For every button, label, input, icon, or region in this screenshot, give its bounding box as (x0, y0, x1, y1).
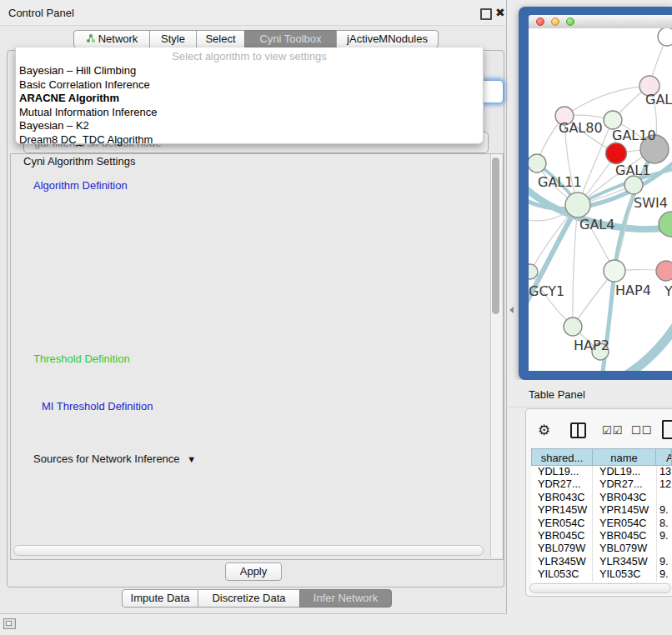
table-row[interactable]: YDR27... YDR27... 12 (531, 478, 672, 491)
tab-select-label: Select (205, 32, 235, 45)
node-label: GAL1 (615, 162, 650, 178)
cell[interactable]: YDL19... (592, 466, 656, 478)
cell[interactable]: YBR043C (531, 492, 592, 504)
cell[interactable]: YBR043C (592, 492, 656, 504)
column-header-partial[interactable]: A (655, 448, 672, 466)
node-y-partial[interactable] (656, 261, 672, 281)
table-row[interactable]: YIL053C YIL053C 9. (531, 568, 672, 581)
cell[interactable]: 9. (656, 556, 672, 568)
table-horizontal-scrollbar[interactable] (529, 583, 671, 593)
dropdown-item-bayesian-hill-climbing[interactable]: Bayesian – Hill Climbing (19, 64, 136, 78)
cell[interactable]: 8. (656, 518, 672, 530)
cell[interactable]: 9. (656, 504, 672, 517)
cell[interactable]: 12 (656, 478, 672, 491)
cell[interactable]: 9. (656, 568, 672, 581)
column-header-shared-name[interactable]: shared... (531, 448, 593, 466)
node-label: GAL11 (538, 174, 582, 190)
cell[interactable]: 9. (656, 530, 672, 542)
table-row[interactable]: YBR043C YBR043C (531, 492, 672, 504)
column-header-name[interactable]: name (592, 448, 656, 466)
deselect-checkboxes-icon[interactable]: ☐☐ (631, 424, 652, 437)
control-panel-title: Control Panel (8, 7, 74, 19)
network-canvas[interactable]: GAL GAL80 GAL10 GAL1 GAL11 SWI4 GAL4 GCY… (529, 28, 672, 371)
node-unlabeled[interactable] (658, 28, 672, 46)
table-row[interactable]: YLR345W YLR345W 9. (531, 556, 672, 568)
panel-corner-grip-icon[interactable] (3, 618, 16, 629)
node-label: GAL10 (612, 128, 656, 143)
cell[interactable]: YIL053C (592, 568, 656, 581)
dropdown-item-aracne[interactable]: ARACNE Algorithm (19, 92, 119, 105)
tab-infer-network[interactable]: Infer Network (299, 589, 392, 608)
window-zoom-icon[interactable] (566, 18, 574, 26)
window-minimize-icon[interactable] (551, 18, 559, 26)
sources-group-title[interactable]: Sources for Network Inference ▼ (30, 452, 199, 465)
table-row[interactable]: YDL19... YDL19... 13 (531, 466, 672, 478)
table-row[interactable]: YPR145W YPR145W 9. (531, 504, 672, 517)
cell[interactable]: YBL079W (592, 542, 656, 555)
node-table[interactable]: YDL19... YDL19... 13 YDR27... YDR27... 1… (531, 466, 672, 582)
sources-group-label: Sources for Network Inference (33, 452, 180, 465)
cell[interactable]: YPR145W (592, 504, 656, 517)
split-columns-icon[interactable] (570, 422, 586, 438)
node-gal4[interactable] (565, 192, 590, 218)
node-swi4[interactable] (624, 176, 643, 194)
cell[interactable]: YDR27... (531, 478, 592, 491)
settings-vertical-scrollbar-thumb[interactable] (492, 158, 499, 314)
node-label: GAL4 (579, 217, 614, 232)
table-row[interactable]: YBR045C YBR045C 9. (531, 530, 672, 542)
window-close-icon[interactable] (536, 18, 544, 26)
column-header-label: name (610, 452, 638, 464)
tab-style[interactable]: Style (149, 30, 197, 48)
gear-icon[interactable]: ⚙ (538, 422, 550, 439)
tab-network[interactable]: Network (73, 30, 150, 48)
cell[interactable] (656, 542, 672, 555)
cell[interactable]: YIL053C (531, 568, 592, 581)
dropdown-item-basic-correlation[interactable]: Basic Correlation Inference (19, 78, 150, 92)
node-gal11[interactable] (529, 154, 546, 172)
cell[interactable]: YER054C (531, 518, 592, 530)
tab-select[interactable]: Select (196, 30, 245, 48)
dropdown-placeholder: Select algorithm to view settings (16, 50, 483, 62)
node-hap2[interactable] (564, 318, 582, 336)
dropdown-item-dream8[interactable]: Dream8 DC_TDC Algorithm (19, 133, 153, 147)
cell[interactable]: YDL19... (531, 466, 592, 478)
tab-infer-network-label: Infer Network (313, 592, 378, 604)
cell[interactable]: YBL079W (531, 542, 592, 555)
dropdown-item-mutual-information[interactable]: Mutual Information Inference (19, 106, 157, 119)
close-panel-icon[interactable]: ✖ (495, 6, 505, 19)
tab-cyni-toolbox[interactable]: Cyni Toolbox (244, 30, 337, 48)
cell[interactable]: YER054C (592, 518, 656, 530)
tab-style-label: Style (161, 32, 185, 45)
tab-network-label: Network (98, 32, 138, 45)
cell[interactable]: YLR345W (592, 556, 656, 568)
tab-cyni-toolbox-label: Cyni Toolbox (259, 32, 321, 45)
dropdown-item-bayesian-k2[interactable]: Bayesian – K2 (19, 119, 89, 132)
float-panel-icon[interactable] (480, 8, 492, 20)
tab-discretize-data[interactable]: Discretize Data (198, 589, 300, 608)
apply-button-label: Apply (240, 565, 268, 578)
network-window-titlebar[interactable] (529, 15, 672, 29)
tab-impute-data[interactable]: Impute Data (122, 589, 198, 608)
node-bright-green[interactable] (659, 212, 672, 237)
tab-jactivemnodules[interactable]: jActiveMNodules (336, 30, 439, 48)
cell[interactable]: YBR045C (531, 530, 592, 542)
cell[interactable]: YPR145W (531, 504, 592, 517)
select-all-checkboxes-icon[interactable]: ☑☑ (602, 424, 623, 437)
cell[interactable]: YDR27... (592, 478, 656, 491)
node-gcy1[interactable] (529, 264, 538, 279)
cell[interactable]: YLR345W (531, 556, 592, 568)
settings-horizontal-scrollbar[interactable] (13, 545, 484, 556)
node-gal10[interactable] (604, 111, 622, 129)
node-gal1[interactable] (606, 143, 627, 164)
apply-button[interactable]: Apply (225, 562, 282, 581)
cell[interactable]: YBR045C (592, 530, 656, 542)
control-panel-titlebar (0, 0, 506, 26)
cell[interactable] (656, 492, 672, 504)
node-hap4[interactable] (604, 260, 625, 282)
table-row[interactable]: YBL079W YBL079W (531, 542, 672, 555)
cell[interactable]: 13 (656, 466, 672, 478)
splitter-collapse-icon[interactable] (509, 307, 514, 313)
table-row[interactable]: YER054C YER054C 8. (531, 518, 672, 530)
export-table-icon[interactable] (662, 420, 672, 439)
network-tab-icon (86, 33, 96, 43)
